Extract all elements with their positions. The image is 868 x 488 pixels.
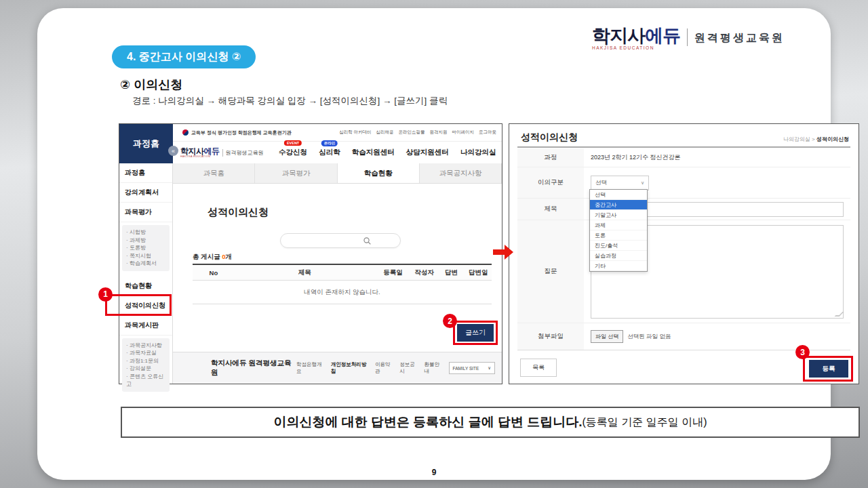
sidebar-section-evaluation[interactable]: 과목평가 [119,203,172,222]
util-link-psy[interactable]: 심리채용 [376,129,394,136]
util-link-shop[interactable]: 온라인쇼핑몰 [399,129,425,136]
form-row-subject: 제목 [517,199,850,220]
util-link-academy[interactable]: 심리학 아카데미 [339,129,371,136]
utility-links: 심리학 아카데미 심리채용 온라인쇼핑몰 원격지원 마이페이지 로그아웃 [339,129,496,136]
global-nav: 학지사에듀 HAKJISA EDUCATION 원격평생교육원 EVENT수강신… [180,142,502,163]
event-badge: EVENT [284,140,302,146]
slide-path-text: 경로 : 나의강의실 → 해당과목 강의실 입장 → [성적이의신청] → [글… [132,95,448,107]
util-link-logout[interactable]: 로그아웃 [479,129,496,136]
sidebar-board-subs: · 과목공지사항 · 과목자료실 · 과정1:1문의 · 강의설문 · 콘텐츠 … [122,338,170,392]
submit-button[interactable]: 등록 [809,360,848,378]
answer-note: 이의신청에 대한 답변은 등록하신 글에 답변 드립니다. (등록일 기준 일주… [121,407,860,438]
footer-link-refund[interactable]: 환불안내 [424,361,443,375]
sidebar-item-course-home[interactable]: 과정홈 [119,163,172,183]
col-no: No [193,269,235,277]
sidebar-sub-lecture-survey[interactable]: · 강의설문 [126,365,165,373]
tab-course-notice[interactable]: 과목공지사항 [420,163,502,183]
list-button[interactable]: 목록 [520,359,557,377]
option-assignment[interactable]: 과제 [590,220,647,230]
logo-text: 학지사에듀 [592,27,680,45]
category-select[interactable]: 선택 ∨ [591,176,649,190]
breadcrumb-current: 성적이의신청 [816,136,849,142]
sidebar-section-board[interactable]: 과목게시판 [119,316,172,336]
logo-subtext: HAKJISA EDUCATION [592,45,680,50]
nav-item-counsel-center[interactable]: 상담지원센터 [406,148,449,157]
empty-row: 내역이 존재하지 않습니다. [193,281,492,304]
post-count: 총 게시글 0개 [193,253,232,262]
tab-learning-status[interactable]: 학습현황 [338,163,420,183]
label-attachment: 첨부파일 [517,323,584,350]
board-content: 성적이의신청 총 게시글 0개 No 제목 등록일 작성자 답변 답변일 내역이… [173,184,502,352]
screenshot-appeal-form: 성적이의신청 나의강의실 > 성적이의신청 과정 2023년 2학기 12기수 … [509,123,859,384]
gnb-logo[interactable]: 학지사에듀 HAKJISA EDUCATION 원격평생교육원 [180,148,264,158]
sidebar-sub-course-notice[interactable]: · 과목공지사항 [126,342,165,350]
search-input[interactable] [280,233,401,248]
label-subject: 제목 [517,199,584,220]
sidebar-item-grade-appeal[interactable]: 성적이의신청 1 [119,296,172,316]
board-table-header: No 제목 등록일 작성자 답변 답변일 [193,264,492,281]
course-tabs: 과목홈 과목평가 학습현황 과목공지사항 [173,163,502,184]
online-badge: 온라인 [321,140,338,146]
step2-marker: 2 [443,314,457,328]
gov-certification: 교육부 정식 평가인정 학점은행제 교육훈련기관 [182,129,292,136]
col-answer-date: 답변일 [465,268,492,277]
nav-item-my-classroom[interactable]: 나의강의실 [460,148,496,157]
sidebar-sub-exam[interactable]: · 시험방 [126,228,165,237]
grade-appeal-label: 성적이의신청 [125,302,165,309]
sidebar-item-syllabus[interactable]: 강의계획서 [119,183,172,203]
logo-name-edu: 에듀 [645,26,680,46]
collapse-sidebar-icon[interactable]: « [168,146,178,156]
util-link-mypage[interactable]: 마이페이지 [452,129,475,136]
sidebar-sub-assignment[interactable]: · 과제방 [126,237,165,245]
footer-link-terms[interactable]: 이용약관 [375,361,395,375]
course-home-header[interactable]: 과정홈 [119,124,173,163]
label-course: 과정 [517,148,584,167]
footer-link-credit-bank[interactable]: 학점은행개요 [296,361,326,375]
sidebar-sub-study-plan[interactable]: · 학습계획서 [126,260,165,268]
form-row-course: 과정 2023년 2학기 12기수 정신건강론 [517,148,850,167]
label-question: 질문 [517,220,584,323]
logo-division: 원격평생교육원 [694,31,785,45]
breadcrumb-parent[interactable]: 나의강의실 [783,136,810,142]
footer-brand: 학지사에듀 원격평생교육원 [211,359,296,378]
nav-item-enroll[interactable]: EVENT수강신청 [279,148,307,157]
write-button[interactable]: 글쓰기 [457,324,494,342]
site-footer: 학지사에듀 원격평생교육원 학점은행개요 개인정보처리방침 이용약관 정보공시 … [173,352,502,384]
sidebar-eval-subs: · 시험방 · 과제방 · 토론방 · 쪽지시험 · 학습계획서 [122,225,170,271]
breadcrumb: 나의강의실 > 성적이의신청 [783,136,849,143]
footer-link-privacy[interactable]: 개인정보처리방침 [331,361,370,375]
gnb-logo-division: 원격평생교육원 [222,149,264,157]
sidebar-sub-content-error[interactable]: · 콘텐츠 오류신고 [126,373,165,388]
file-select-button[interactable]: 파일 선택 [591,330,623,343]
sidebar-sub-one-to-one[interactable]: · 과정1:1문의 [126,357,165,365]
step3-marker: 3 [795,345,810,359]
sidebar-sub-quiz[interactable]: · 쪽지시험 [126,252,165,260]
tab-course-home[interactable]: 과목홈 [173,163,255,183]
screenshot-board-list: 교육부 정식 평가인정 학점은행제 교육훈련기관 심리학 아카데미 심리채용 온… [119,123,502,384]
option-progress[interactable]: 진도/출석 [590,241,647,251]
nav-item-psychology[interactable]: 온라인심리학 [319,148,340,157]
sidebar-sub-course-data[interactable]: · 과목자료실 [126,349,165,357]
sidebar-sub-discussion[interactable]: · 토론방 [126,244,165,252]
form-row-question: 질문 [517,220,850,323]
option-final[interactable]: 기말고사 [590,210,647,220]
label-category: 이의구분 [517,167,584,198]
util-link-remote[interactable]: 원격지원 [430,129,448,136]
col-answer: 답변 [438,268,465,277]
course-value: 2023년 2학기 12기수 정신건강론 [584,148,850,167]
option-etc[interactable]: 기타 [590,261,647,271]
search-icon [363,237,372,245]
nav-item-learning-center[interactable]: 학습지원센터 [352,148,395,157]
option-discussion[interactable]: 토론 [590,230,647,241]
option-select[interactable]: 선택 [590,190,647,200]
file-none-text: 선택된 파일 없음 [627,333,671,341]
family-site-select[interactable]: FAMILY SITE ∨ [449,362,495,374]
option-practice[interactable]: 실습과정 [590,251,647,261]
sidebar-item-learning-status[interactable]: 학습현황 [119,277,172,296]
tab-course-eval[interactable]: 과목평가 [255,163,337,183]
resize-handle-icon[interactable] [835,312,844,317]
option-midterm[interactable]: 중간고사 [590,200,647,210]
gnb-logo-name: 학지사 [180,146,204,156]
footer-link-disclosure[interactable]: 정보공시 [399,361,419,375]
utility-bar: 교육부 정식 평가인정 학점은행제 교육훈련기관 심리학 아카데미 심리채용 온… [173,124,502,142]
